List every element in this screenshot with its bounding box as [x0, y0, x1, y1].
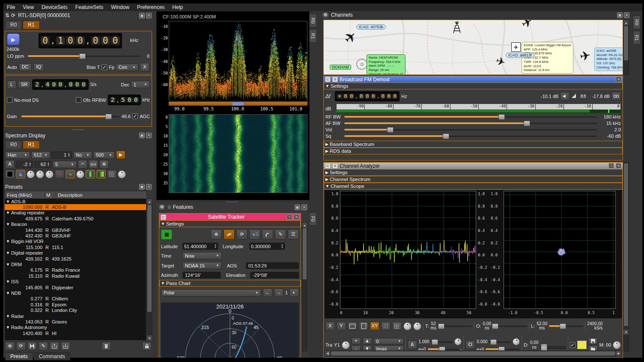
- audio-mute-icon[interactable]: [560, 92, 569, 101]
- load-preset-button[interactable]: [142, 342, 152, 350]
- channels-scrollbar[interactable]: ▲: [623, 20, 629, 75]
- preset-item[interactable]: 1420.400RHI: [5, 330, 146, 336]
- save-trace-button[interactable]: [588, 338, 598, 344]
- x-only-button[interactable]: X: [325, 322, 335, 330]
- channel-badge-c[interactable]: C: [325, 77, 331, 82]
- preset-item[interactable]: 432.430RGB3UHF: [5, 233, 146, 238]
- delete-preset-button[interactable]: [101, 342, 111, 350]
- tab-r0[interactable]: R0: [5, 140, 22, 148]
- scroll-right-icon[interactable]: ▶: [616, 351, 621, 356]
- amp-auto-button[interactable]: A: [408, 341, 417, 349]
- target-dropdown[interactable]: NOAA 15▼: [182, 262, 222, 269]
- import-preset-button[interactable]: [61, 342, 70, 350]
- column-m[interactable]: M: [45, 193, 56, 198]
- help-icon[interactable]: ?: [608, 163, 614, 169]
- trace-length-slider[interactable]: [549, 323, 583, 329]
- analyzer-hscrollbar[interactable]: ◀ ▶: [325, 350, 622, 356]
- time-base-slider[interactable]: [438, 323, 472, 329]
- close-icon[interactable]: ✕: [146, 133, 152, 138]
- stroke-knob[interactable]: [36, 170, 44, 178]
- link-icon[interactable]: [224, 229, 235, 240]
- rf-bw-slider[interactable]: [344, 114, 597, 119]
- auto-target-icon[interactable]: ◄S: [249, 229, 260, 240]
- amp-fine-knob[interactable]: [454, 338, 462, 345]
- refresh-dropdown[interactable]: 500▼: [93, 151, 115, 159]
- trace-index-dropdown[interactable]: 0▼: [374, 338, 404, 344]
- airport-info-box[interactable]: EGKB: London Biggin Hill AirportAPP: 129…: [522, 42, 573, 74]
- restore-icon[interactable]: ▣: [139, 13, 145, 18]
- device-x-button[interactable]: X: [140, 63, 149, 71]
- window-fn-dropdown[interactable]: Han▼: [5, 151, 30, 159]
- squelch-gate-icon[interactable]: [571, 93, 576, 100]
- menu-devicesets[interactable]: DeviceSets: [42, 4, 68, 10]
- tracker-settings-header[interactable]: ▼Settings: [159, 220, 301, 227]
- y-only-button[interactable]: Y: [337, 322, 346, 330]
- add-preset-button[interactable]: ⊕: [5, 342, 15, 350]
- analyzer-settings-header[interactable]: ▶Settings: [324, 169, 623, 176]
- sr-button[interactable]: SR: [18, 81, 30, 88]
- analyzer-vscrollbar[interactable]: ▼: [623, 162, 629, 351]
- preset-item[interactable]: 439.675RCaterham 439.6750: [5, 216, 146, 221]
- trace-up-button[interactable]: ▲: [363, 338, 372, 344]
- amp-slider[interactable]: [431, 339, 453, 344]
- frequency-tracker-icon[interactable]: ⊕: [99, 160, 109, 169]
- fft-size-dropdown[interactable]: 512▼: [31, 151, 50, 159]
- ndb-symbol[interactable]: [356, 59, 367, 70]
- tab-presets[interactable]: Presets: [5, 352, 33, 360]
- gradient-knob[interactable]: [45, 170, 54, 178]
- rfbw-dial[interactable]: 2,500: [108, 95, 141, 105]
- tab-r0[interactable]: R0: [5, 21, 22, 29]
- trace-color-swatch[interactable]: [577, 341, 587, 349]
- preset-group[interactable]: ▼Radar: [5, 313, 146, 319]
- grid-intensity-dropdown[interactable]: 5▼: [53, 161, 77, 168]
- preset-item[interactable]: 115.100R115.1: [5, 244, 146, 250]
- start-stop-tracker-button[interactable]: [161, 229, 172, 240]
- trace-intensity-knob[interactable]: [76, 170, 84, 178]
- dc-button[interactable]: DC: [19, 63, 32, 71]
- vertical-split-button[interactable]: [359, 322, 368, 330]
- vtab-f0[interactable]: F0: [309, 212, 317, 226]
- gain-slider[interactable]: [21, 114, 120, 119]
- edit-satellites-icon[interactable]: ✎: [275, 229, 286, 240]
- add-trace-button[interactable]: +: [352, 338, 361, 344]
- tab-commands[interactable]: Commands: [34, 352, 70, 360]
- preset-item[interactable]: 0.316REpsom: [5, 302, 146, 307]
- histogram-icon[interactable]: [16, 170, 25, 178]
- offset-button[interactable]: O: [465, 341, 475, 349]
- restore-icon[interactable]: ▣: [139, 133, 145, 138]
- preset-item[interactable]: 0.322RLondon City: [5, 307, 146, 313]
- aircraft-info-box[interactable]: ICAO: ad33f8Aircraft: PA-31-310 Altitude…: [594, 47, 623, 71]
- preset-group[interactable]: ▼Biggin Hill VOR: [5, 239, 146, 244]
- spectrum-play-button[interactable]: ▶: [116, 151, 125, 159]
- presets-list[interactable]: ▼ADS-B 1090.000RADS-B ▼Analog repeater 4…: [5, 199, 146, 340]
- pass-chart-header[interactable]: ▼Pass Chart: [159, 280, 301, 287]
- chart-view-dropdown[interactable]: Polar▼: [161, 289, 261, 297]
- grid-icon[interactable]: [107, 170, 116, 178]
- waterfall-palette-icon[interactable]: [96, 170, 106, 178]
- fcpos-dropdown[interactable]: Cen▼: [116, 64, 138, 71]
- preset-group[interactable]: ▼ADS-B: [5, 199, 146, 204]
- spectrum-canvas[interactable]: [169, 21, 307, 101]
- column-description[interactable]: Description: [56, 193, 83, 198]
- features-scrollbar[interactable]: ▲: [302, 222, 307, 351]
- volume-slider[interactable]: [344, 127, 597, 132]
- wsspectrum-icon[interactable]: ((•)): [89, 160, 98, 169]
- agc-checkbox[interactable]: ✓: [132, 113, 138, 119]
- preset-item[interactable]: 143.053RGraves: [5, 319, 146, 324]
- vtab-r1[interactable]: R1: [633, 31, 641, 45]
- scroll-up-icon[interactable]: ▲: [147, 199, 152, 204]
- channel-spectrum-header[interactable]: ▶Channel Spectrum: [324, 176, 623, 183]
- af-bw-slider[interactable]: [344, 121, 597, 126]
- menu-featuresets[interactable]: FeatureSets: [75, 4, 103, 10]
- nomod-checkbox[interactable]: [7, 97, 12, 103]
- preset-group[interactable]: ▼Digital repeater: [5, 250, 146, 256]
- samplerate-dial[interactable]: 2,400,000: [32, 79, 88, 90]
- radio-tower-icon[interactable]: [452, 21, 462, 34]
- menu-preferences[interactable]: Preferences: [137, 4, 165, 10]
- help-icon[interactable]: ?: [286, 214, 292, 220]
- splitter-handle[interactable]: ••••••: [3, 128, 153, 131]
- display-intensity-knob[interactable]: [403, 322, 411, 330]
- close-icon[interactable]: ✕: [294, 214, 299, 220]
- vtab-r1[interactable]: R1: [309, 29, 317, 43]
- preset-group[interactable]: ▼Analog repeater: [5, 210, 146, 216]
